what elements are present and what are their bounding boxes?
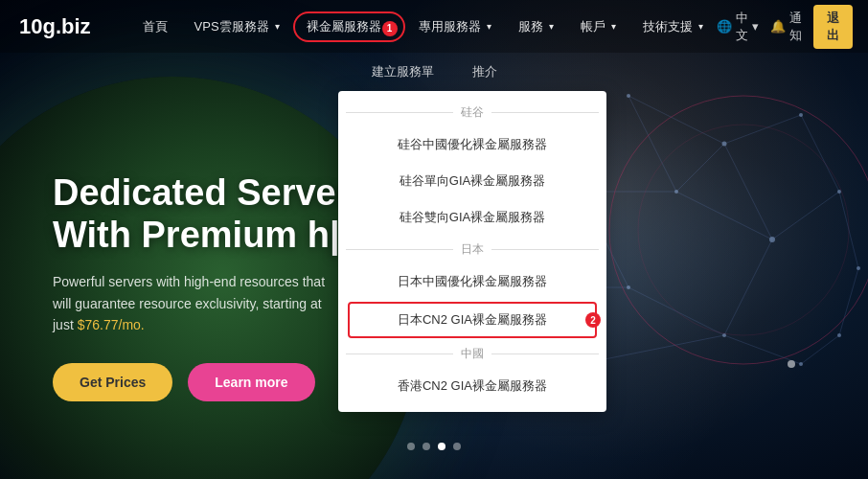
carousel-dots [407, 443, 461, 450]
dropdown-item-japan-cn2-gia[interactable]: 日本CN2 GIA裸金屬服務器 2 [348, 302, 597, 338]
svg-point-31 [857, 266, 860, 270]
svg-point-28 [627, 285, 630, 289]
logo[interactable]: 10g.biz [19, 14, 91, 39]
header-right: 🌐 中文 ▾ 🔔 通知 退出 [717, 5, 853, 49]
exit-button[interactable]: 退出 [813, 5, 853, 49]
svg-line-3 [724, 144, 772, 240]
dropdown-item-japan-cn-optimized[interactable]: 日本中國優化裸金屬服務器 [338, 263, 606, 300]
bare-metal-dropdown: 硅谷 硅谷中國優化裸金屬服務器 硅谷單向GIA裸金屬服務器 硅谷雙向GIA裸金屬… [338, 91, 606, 412]
notifications-button[interactable]: 🔔 通知 [770, 10, 802, 44]
dropdown-section-silicon-valley: 硅谷 [338, 99, 606, 126]
svg-point-34 [638, 125, 849, 335]
get-prices-button[interactable]: Get Prices [53, 363, 172, 401]
dropdown-item-badge: 2 [585, 312, 601, 328]
dropdown-item-silicon-gia-single[interactable]: 硅谷單向GIA裸金屬服務器 [338, 163, 606, 199]
hero-title: Dedicated Server With Premium h| [53, 172, 351, 256]
language-selector[interactable]: 🌐 中文 ▾ [717, 10, 759, 44]
nav-support[interactable]: 技術支援 ▾ [629, 0, 717, 53]
header: 10g.biz 首頁 VPS雲服務器 ▾ 裸金屬服務器 ▾ 1 專用服務器 ▾ … [0, 0, 868, 53]
svg-point-35 [788, 360, 795, 368]
hero-section: Dedicated Server With Premium h| Powerfu… [53, 172, 351, 401]
main-nav: 首頁 VPS雲服務器 ▾ 裸金屬服務器 ▾ 1 專用服務器 ▾ 服務 ▾ 帳戶 … [129, 0, 717, 53]
sub-nav-create-order[interactable]: 建立服務單 [372, 63, 434, 80]
dropdown-section-japan: 日本 [338, 236, 606, 263]
dropdown-item-silicon-cn-optimized[interactable]: 硅谷中國優化裸金屬服務器 [338, 126, 606, 163]
hero-buttons: Get Prices Learn more [53, 363, 351, 401]
svg-point-20 [722, 142, 727, 147]
hero-price: $76.77/mo. [78, 317, 145, 332]
svg-line-4 [772, 192, 839, 240]
svg-line-2 [801, 115, 839, 192]
nav-vps[interactable]: VPS雲服務器 ▾ [181, 0, 293, 53]
nav-services[interactable]: 服務 ▾ [505, 0, 567, 53]
sub-nav-recommend[interactable]: 推介 [472, 63, 497, 80]
chevron-down-icon: ▾ [752, 19, 759, 34]
bell-icon: 🔔 [770, 19, 786, 34]
nav-dedicated[interactable]: 專用服務器 ▾ [405, 0, 505, 53]
dropdown-item-hongkong-cn2-gia[interactable]: 香港CN2 GIA裸金屬服務器 [338, 368, 606, 404]
svg-line-18 [676, 144, 724, 192]
chevron-down-icon: ▾ [549, 21, 554, 32]
svg-line-8 [676, 192, 772, 240]
svg-line-0 [628, 96, 724, 144]
svg-line-14 [839, 268, 858, 335]
dot-4[interactable] [453, 443, 461, 450]
svg-point-22 [837, 190, 841, 194]
dropdown-section-china: 中國 [338, 340, 606, 368]
nav-badge: 1 [382, 21, 398, 36]
nav-bare-metal[interactable]: 裸金屬服務器 ▾ 1 [293, 11, 405, 42]
nav-home[interactable]: 首頁 [129, 0, 181, 53]
chevron-down-icon: ▾ [611, 21, 616, 32]
hero-description: Powerful servers with high-end resources… [53, 271, 340, 335]
learn-more-button[interactable]: Learn more [188, 363, 314, 401]
svg-line-6 [724, 335, 801, 364]
dot-1[interactable] [407, 443, 415, 450]
svg-point-19 [627, 94, 630, 98]
dot-3[interactable] [438, 443, 445, 450]
dropdown-item-silicon-gia-dual[interactable]: 硅谷雙向GIA裸金屬服務器 [338, 199, 606, 236]
svg-point-33 [609, 96, 868, 364]
svg-line-5 [724, 240, 772, 335]
svg-line-1 [724, 115, 801, 144]
svg-point-32 [837, 333, 841, 337]
chevron-down-icon: ▾ [275, 21, 280, 32]
chevron-down-icon: ▾ [698, 21, 703, 32]
svg-point-25 [799, 362, 803, 366]
svg-point-23 [769, 237, 775, 242]
chevron-down-icon: ▾ [487, 21, 491, 32]
svg-point-26 [674, 190, 678, 194]
svg-point-21 [799, 113, 803, 117]
nav-account[interactable]: 帳戶 ▾ [567, 0, 629, 53]
dot-2[interactable] [423, 443, 430, 450]
globe-icon: 🌐 [717, 19, 732, 34]
sub-nav: 建立服務單 推介 [0, 53, 868, 91]
